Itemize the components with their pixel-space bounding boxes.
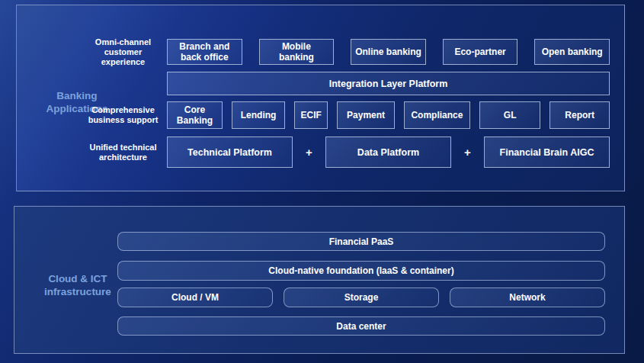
omni-channel-boxes: Branch and back office Mobile banking On… bbox=[167, 39, 610, 65]
business-support-boxes: Core Banking Lending ECIF Payment Compli… bbox=[167, 101, 610, 129]
technical-architecture-row: Unified technical architecture Technical… bbox=[17, 137, 610, 168]
box-financial-brain-aigc: Financial Brain AIGC bbox=[484, 137, 610, 168]
business-support-row: Comprehensive business support Core Bank… bbox=[17, 101, 610, 129]
financial-paas-row: Financial PaaS bbox=[117, 232, 605, 251]
box-ecif: ECIF bbox=[294, 101, 328, 129]
omni-channel-row: Omni-channel customer experience Branch … bbox=[17, 39, 610, 65]
resources-row: Cloud / VM Storage Network bbox=[117, 288, 605, 307]
plus-separator: + bbox=[451, 137, 484, 168]
bar-financial-paas: Financial PaaS bbox=[117, 232, 605, 251]
box-online-banking: Online banking bbox=[351, 39, 426, 65]
box-branch-and-back-office: Branch and back office bbox=[167, 39, 242, 65]
box-payment: Payment bbox=[337, 101, 395, 129]
architecture-diagram: Banking Applications Omni-channel custom… bbox=[0, 0, 644, 363]
bar-cloud-vm: Cloud / VM bbox=[117, 288, 273, 307]
cloud-native-row: Cloud-native foundation (IaaS & containe… bbox=[117, 261, 605, 281]
box-report: Report bbox=[549, 101, 610, 129]
integration-row: Integration Layer Platform bbox=[17, 72, 610, 95]
box-open-banking: Open banking bbox=[534, 39, 610, 65]
bar-data-center: Data center bbox=[117, 316, 605, 336]
technical-architecture-boxes: Technical Platform + Data Platform + Fin… bbox=[167, 137, 610, 168]
omni-channel-label: Omni-channel customer experience bbox=[17, 39, 167, 65]
box-lending: Lending bbox=[232, 101, 285, 129]
box-data-platform: Data Platform bbox=[325, 137, 451, 168]
data-center-row: Data center bbox=[117, 316, 605, 336]
box-mobile-banking: Mobile banking bbox=[259, 39, 335, 65]
bar-storage: Storage bbox=[284, 288, 439, 307]
bar-cloud-native-foundation: Cloud-native foundation (IaaS & containe… bbox=[117, 261, 605, 281]
cloud-ict-panel: Cloud & ICT infrastructure Financial Paa… bbox=[14, 206, 625, 354]
banking-applications-panel: Banking Applications Omni-channel custom… bbox=[16, 5, 625, 191]
box-technical-platform: Technical Platform bbox=[167, 137, 293, 168]
box-compliance: Compliance bbox=[404, 101, 470, 129]
plus-separator: + bbox=[293, 137, 325, 168]
box-gl: GL bbox=[479, 101, 540, 129]
box-core-banking: Core Banking bbox=[167, 101, 223, 129]
bar-network: Network bbox=[450, 288, 605, 307]
box-integration-layer-platform: Integration Layer Platform bbox=[167, 72, 610, 95]
business-support-label: Comprehensive business support bbox=[17, 101, 167, 129]
box-eco-partner: Eco-partner bbox=[443, 39, 518, 65]
technical-architecture-label: Unified technical architecture bbox=[17, 137, 167, 168]
integration-row-spacer bbox=[17, 72, 167, 95]
